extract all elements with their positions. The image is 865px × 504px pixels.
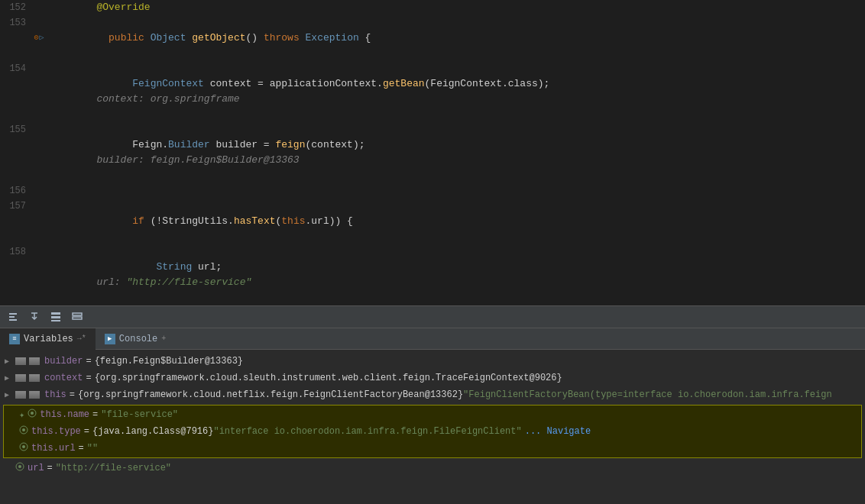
svg-rect-4 xyxy=(73,313,82,315)
code-content: FeignContext context = applicationContex… xyxy=(46,61,865,122)
var-row-builder: ▶ builder = {feign.Feign$Builder@13363} xyxy=(0,353,865,370)
console-tab-label: Console xyxy=(119,328,157,350)
leaf-var-icon2 xyxy=(28,409,37,421)
step-into-icon[interactable] xyxy=(28,310,41,324)
stack-var-icon xyxy=(15,374,26,382)
stack-var-icon2 xyxy=(29,374,40,382)
code-line-153: 153 ⊙ ▷ public Object getObject() throws… xyxy=(0,15,865,61)
var-value-this-type: {java.lang.Class@7916} xyxy=(92,426,213,437)
var-name-builder: builder xyxy=(44,356,83,367)
line-marker xyxy=(32,244,46,305)
navigate-link[interactable]: ... Navigate xyxy=(525,426,591,437)
expand-icon: ▶ xyxy=(8,410,19,419)
code-line-157: 157 if (!StringUtils.hasText(this.url)) … xyxy=(0,199,865,244)
expand-arrow-icon[interactable]: ▶ xyxy=(5,390,15,399)
console-tab-icon: ▶ xyxy=(105,334,115,344)
expand-arrow-icon[interactable]: ▶ xyxy=(5,357,15,366)
step-over-icon[interactable] xyxy=(6,310,20,324)
svg-point-9 xyxy=(22,428,25,431)
line-marker xyxy=(32,183,46,199)
svg-rect-2 xyxy=(51,316,60,318)
code-line-156: 156 xyxy=(0,183,865,199)
code-content: String url; url: "http://file-service" xyxy=(46,244,865,305)
var-value-this-type-str: "interface io.choerodon.iam.infra.feign.… xyxy=(213,426,521,437)
var-row-url: ▶ url = "http://file-service" xyxy=(0,460,865,477)
variables-tab-suffix: →* xyxy=(77,328,86,350)
variables-tab-label: Variables xyxy=(24,328,73,350)
code-line-155: 155 Feign.Builder builder = feign(contex… xyxy=(0,122,865,183)
console-tab-suffix: + xyxy=(161,328,166,350)
code-content: Feign.Builder builder = feign(context); … xyxy=(46,122,865,183)
var-value-this-url: "" xyxy=(87,443,98,454)
stack-var-icon2 xyxy=(29,391,40,399)
variables-tab-icon: ≡ xyxy=(9,334,20,344)
variables-content: ▶ builder = {feign.Feign$Builder@13363} … xyxy=(0,350,865,480)
var-value-url: "http://file-service" xyxy=(56,463,171,473)
equals-sign: = xyxy=(79,443,84,454)
line-number: 154 xyxy=(0,61,32,122)
debug-tabs: ≡ Variables →* ▶ Console + xyxy=(0,328,865,350)
code-content xyxy=(46,183,865,199)
debug-panel: ≡ Variables →* ▶ Console + ▶ builder = {… xyxy=(0,328,865,504)
line-marker xyxy=(32,122,46,183)
svg-point-7 xyxy=(31,412,34,415)
code-content: public Object getObject() throws Excepti… xyxy=(46,15,865,61)
svg-point-13 xyxy=(18,465,21,468)
stack-var-icon xyxy=(15,357,26,365)
equals-sign: = xyxy=(86,356,91,367)
var-name-context: context xyxy=(44,373,83,383)
code-content: @Override xyxy=(46,0,865,15)
equals-sign: = xyxy=(47,463,53,473)
var-name-this-url: this.url xyxy=(31,443,76,454)
line-number: 156 xyxy=(0,183,32,199)
expand-icon: ▶ xyxy=(8,427,19,436)
code-line-152: 152 @Override xyxy=(0,0,865,15)
leaf-var-icon3 xyxy=(19,425,28,438)
equals-sign: = xyxy=(92,409,98,420)
line-number: 157 xyxy=(0,199,32,244)
frames-icon[interactable] xyxy=(49,310,63,324)
equals-sign: = xyxy=(84,426,89,437)
var-value-this-str: "FeignClientFactoryBean(type=interface i… xyxy=(463,389,831,400)
leaf-var-icon: ✦ xyxy=(19,409,24,421)
code-editor: 152 @Override 153 ⊙ ▷ public Object getO… xyxy=(0,0,865,305)
code-line-158: 158 String url; url: "http://file-servic… xyxy=(0,244,865,305)
line-marker xyxy=(32,199,46,244)
line-marker xyxy=(32,61,46,122)
expand-icon: ▶ xyxy=(5,464,15,473)
svg-rect-5 xyxy=(73,317,82,319)
tab-console[interactable]: ▶ Console + xyxy=(96,328,175,350)
stack-var-icon2 xyxy=(29,357,40,365)
var-value-this: {org.springframework.cloud.netflix.feign… xyxy=(78,389,463,400)
line-number: 155 xyxy=(0,122,32,183)
line-number: 158 xyxy=(0,244,32,305)
tab-variables[interactable]: ≡ Variables →* xyxy=(0,328,96,350)
expand-icon: ▶ xyxy=(8,444,19,453)
expand-arrow-icon[interactable]: ▶ xyxy=(5,373,15,383)
var-name-this-name: this.name xyxy=(40,409,89,420)
svg-rect-1 xyxy=(51,312,60,315)
svg-point-11 xyxy=(22,445,25,448)
highlighted-vars-box: ▶ ✦ this.name = "file-service" ▶ this.ty… xyxy=(3,405,862,458)
line-number: 153 xyxy=(0,15,32,61)
code-content: if (!StringUtils.hasText(this.url)) { xyxy=(46,199,865,244)
var-row-this: ▶ this = {org.springframework.cloud.netf… xyxy=(0,386,865,403)
line-marker xyxy=(32,0,46,15)
leaf-var-icon5 xyxy=(15,462,24,474)
watch-icon[interactable] xyxy=(70,310,84,324)
leaf-var-icon4 xyxy=(19,442,28,454)
var-name-this: this xyxy=(44,389,66,400)
stack-var-icon xyxy=(15,391,26,399)
breakpoint-arrow-icon: ⊙ xyxy=(34,31,38,46)
code-line-154: 154 FeignContext context = applicationCo… xyxy=(0,61,865,122)
var-row-this-name: ▶ ✦ this.name = "file-service" xyxy=(4,406,861,423)
var-name-url: url xyxy=(28,463,44,473)
var-row-this-url: ▶ this.url = "" xyxy=(4,440,861,457)
svg-rect-3 xyxy=(51,320,60,321)
var-row-this-type: ▶ this.type = {java.lang.Class@7916} "in… xyxy=(4,423,861,440)
equals-sign: = xyxy=(70,389,75,400)
var-value-context: {org.springframework.cloud.sleuth.instru… xyxy=(95,373,562,383)
debugger-toolbar xyxy=(0,305,865,328)
line-marker: ⊙ ▷ xyxy=(32,15,46,61)
equals-sign: = xyxy=(86,373,91,383)
